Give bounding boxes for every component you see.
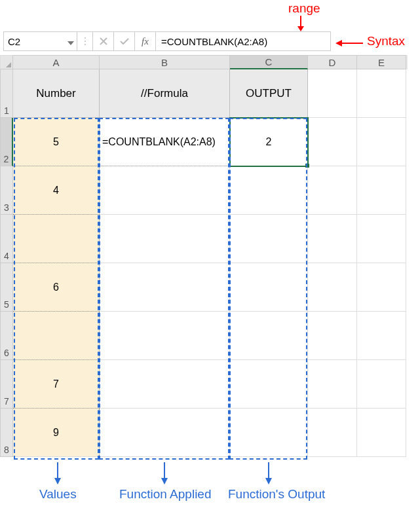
- row-header-4[interactable]: 4: [0, 215, 13, 263]
- arrow-down-icon: [52, 462, 63, 485]
- cell-b5[interactable]: [100, 263, 230, 312]
- svg-point-5: [85, 44, 86, 45]
- cell-c3[interactable]: [230, 166, 308, 215]
- row-header-7[interactable]: 7: [0, 360, 13, 409]
- col-header-a[interactable]: A: [13, 55, 100, 69]
- cell-a8[interactable]: 9: [13, 409, 100, 457]
- col-header-d[interactable]: D: [308, 55, 357, 69]
- cell-b3[interactable]: [100, 166, 230, 215]
- cell-a6[interactable]: [13, 312, 100, 360]
- cell-e6[interactable]: [357, 312, 406, 360]
- cell-d2[interactable]: [308, 118, 357, 166]
- svg-point-3: [85, 37, 86, 39]
- arrow-left-icon: [335, 38, 363, 48]
- cell-e1[interactable]: [357, 69, 406, 118]
- cell-a4[interactable]: [13, 215, 100, 263]
- cell-d1[interactable]: [308, 69, 357, 118]
- insert-function-icon[interactable]: fx: [135, 32, 156, 50]
- cell-b6[interactable]: [100, 312, 230, 360]
- cell-b8[interactable]: [100, 409, 230, 457]
- dropdown-icon[interactable]: [67, 36, 74, 47]
- cell-b4[interactable]: [100, 215, 230, 263]
- cell-c4[interactable]: [230, 215, 308, 263]
- col-header-b[interactable]: B: [100, 55, 230, 69]
- row-header-3[interactable]: 3: [0, 166, 13, 215]
- annotation-function-output: Function's Output: [228, 487, 325, 502]
- table-row: 8 9: [0, 409, 408, 457]
- formula-bar: C2 fx =COUNTBLANK(A2:A8): [3, 31, 331, 51]
- cell-c5[interactable]: [230, 263, 308, 312]
- cell-c7[interactable]: [230, 360, 308, 409]
- table-row: 6: [0, 312, 408, 360]
- cell-a3[interactable]: 4: [13, 166, 100, 215]
- cell-e8[interactable]: [357, 409, 406, 457]
- cell-c6[interactable]: [230, 312, 308, 360]
- cell-c2[interactable]: 2: [230, 118, 308, 166]
- formula-text: =COUNTBLANK(A2:A8): [161, 36, 267, 47]
- cell-e5[interactable]: [357, 263, 406, 312]
- cell-a7[interactable]: 7: [13, 360, 100, 409]
- table-row: 4: [0, 215, 408, 263]
- cancel-formula-icon[interactable]: [93, 32, 114, 50]
- row-header-8[interactable]: 8: [0, 409, 13, 457]
- cell-d8[interactable]: [308, 409, 357, 457]
- table-row: 7 7: [0, 360, 408, 409]
- annotation-values: Values: [39, 487, 77, 502]
- svg-marker-15: [265, 478, 272, 485]
- row-header-5[interactable]: 5: [0, 263, 13, 312]
- column-headers: A B C D E: [0, 55, 408, 69]
- cell-d5[interactable]: [308, 263, 357, 312]
- cell-d3[interactable]: [308, 166, 357, 215]
- cell-d4[interactable]: [308, 215, 357, 263]
- cell-d6[interactable]: [308, 312, 357, 360]
- cell-e7[interactable]: [357, 360, 406, 409]
- svg-marker-13: [161, 478, 168, 485]
- col-header-e[interactable]: E: [357, 55, 406, 69]
- cell-c1[interactable]: OUTPUT: [230, 69, 308, 118]
- arrow-down-icon: [263, 462, 274, 485]
- col-header-c[interactable]: C: [230, 55, 308, 69]
- name-box[interactable]: C2: [4, 32, 77, 50]
- annotation-function-applied: Function Applied: [119, 487, 212, 502]
- table-row: 5 6: [0, 263, 408, 312]
- divider-icon: [77, 32, 93, 50]
- table-row: 3 4: [0, 166, 408, 215]
- arrow-down-icon: [159, 462, 170, 485]
- name-box-value: C2: [8, 36, 20, 47]
- row-header-1[interactable]: 1: [0, 69, 13, 118]
- cell-e3[interactable]: [357, 166, 406, 215]
- annotation-syntax: Syntax: [367, 34, 405, 48]
- formula-input[interactable]: =COUNTBLANK(A2:A8): [156, 32, 330, 50]
- svg-marker-11: [54, 478, 61, 485]
- svg-marker-2: [67, 41, 74, 45]
- cell-a2[interactable]: 5: [13, 118, 100, 166]
- enter-formula-icon[interactable]: [114, 32, 135, 50]
- cell-a5[interactable]: 6: [13, 263, 100, 312]
- svg-marker-1: [297, 26, 304, 31]
- annotation-range: range: [288, 1, 320, 16]
- select-all-corner[interactable]: [0, 55, 13, 69]
- svg-marker-9: [335, 40, 342, 46]
- row-header-2[interactable]: 2: [0, 118, 13, 166]
- spreadsheet-grid: A B C D E 1 Number //Formula OUTPUT 2 5 …: [0, 55, 408, 457]
- cell-b1[interactable]: //Formula: [100, 69, 230, 118]
- cell-e4[interactable]: [357, 215, 406, 263]
- svg-point-4: [85, 41, 86, 42]
- cell-b2[interactable]: =COUNTBLANK(A2:A8): [100, 118, 230, 166]
- arrow-down-icon: [295, 16, 307, 31]
- row-header-6[interactable]: 6: [0, 312, 13, 360]
- table-row: 2 5 =COUNTBLANK(A2:A8) 2: [0, 118, 408, 166]
- cell-a1[interactable]: Number: [13, 69, 100, 118]
- table-row: 1 Number //Formula OUTPUT: [0, 69, 408, 118]
- cell-d7[interactable]: [308, 360, 357, 409]
- cell-e2[interactable]: [357, 118, 406, 166]
- cell-c8[interactable]: [230, 409, 308, 457]
- cell-b7[interactable]: [100, 360, 230, 409]
